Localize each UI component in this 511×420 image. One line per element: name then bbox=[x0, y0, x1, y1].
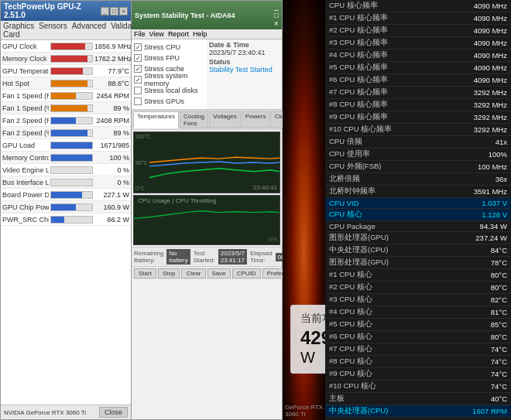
right-row-label: #1 CPU 核心频率 bbox=[329, 13, 474, 23]
gpuz-menu-advanced[interactable]: Advanced bbox=[72, 22, 106, 39]
ctrl-btn-start[interactable]: Start bbox=[134, 268, 156, 278]
right-panel-row: #7 CPU 核心 74°C bbox=[325, 343, 511, 356]
sensor-bar-wrap bbox=[50, 203, 93, 211]
sensor-bar bbox=[51, 105, 87, 111]
gpuz-menu-graphics[interactable]: Graphics Card bbox=[3, 22, 34, 39]
aida-minimize-btn[interactable]: _ bbox=[274, 2, 279, 11]
right-panel-row: #3 CPU 核心频率 4090 MHz bbox=[325, 37, 511, 50]
stress-checkbox[interactable]: ✓ bbox=[134, 43, 142, 51]
sensor-label: Hot Spot bbox=[2, 80, 49, 87]
sensor-label: Memory Clock bbox=[2, 55, 49, 63]
stress-checkbox[interactable]: ✓ bbox=[134, 54, 142, 62]
right-row-label: #4 CPU 核心频率 bbox=[329, 50, 474, 60]
right-panel-row: #8 CPU 核心频率 3292 MHz bbox=[325, 99, 511, 111]
sensor-label: GPU Clock bbox=[2, 43, 49, 50]
right-row-label: 北桥时钟频率 bbox=[329, 186, 474, 196]
right-panel-row: 中央处理器(CPU) 1607 RPM bbox=[325, 405, 511, 418]
right-row-value: 40°C bbox=[491, 394, 507, 403]
stress-checkbox[interactable] bbox=[134, 97, 142, 105]
test-started-label: Test Started: bbox=[194, 250, 215, 264]
power-title: 当前功率 bbox=[300, 312, 325, 326]
stress-label: Stress local disks bbox=[144, 87, 198, 94]
right-row-value: 74°C bbox=[491, 370, 507, 378]
gpu-bottom-label: GeForce RTX 3060 Ti bbox=[285, 404, 325, 418]
sensor-label: GPU Load bbox=[2, 142, 49, 149]
graph-tab[interactable]: Powers bbox=[242, 111, 270, 128]
gpuz-gpu-name: NVIDIA GeForce RTX 3060 Ti bbox=[4, 409, 86, 416]
stress-check-row: ✓ Stress FPU bbox=[134, 53, 204, 63]
right-panel-row: #1 CPU 核心频率 4090 MHz bbox=[325, 12, 511, 25]
sensor-value: 89 % bbox=[94, 129, 129, 137]
stress-checkbox[interactable]: ✓ bbox=[134, 76, 142, 84]
right-row-value: 4090 MHz bbox=[474, 51, 507, 60]
sensor-bar-wrap bbox=[50, 104, 93, 112]
sensor-bar bbox=[51, 142, 92, 149]
right-panel-row: #9 CPU 核心 74°C bbox=[325, 368, 511, 381]
stress-label: Stress GPUs bbox=[144, 97, 184, 105]
stress-label: Stress system memory bbox=[144, 72, 204, 87]
right-row-value: 85°C bbox=[491, 320, 507, 329]
stress-checkbox[interactable]: ✓ bbox=[134, 65, 142, 73]
graph-tab[interactable]: Temperatures bbox=[133, 111, 179, 128]
aida-maximize-btn[interactable]: □ bbox=[274, 11, 279, 19]
sensor-bar-wrap bbox=[50, 216, 93, 224]
gpuz-panel: TechPowerUp GPU-Z 2.51.0 _ □ × Graphics … bbox=[0, 0, 132, 420]
gpuz-maximize-btn[interactable]: □ bbox=[110, 7, 118, 15]
aida-menu-view[interactable]: View bbox=[149, 30, 164, 38]
sensor-row: Hot Spot 88.6°C bbox=[1, 77, 131, 90]
gpuz-close-button[interactable]: Close bbox=[99, 407, 128, 418]
datetime-status: Date & Time 2023/5/7 23:40:41 Status Sta… bbox=[207, 39, 282, 110]
right-row-value: 78°C bbox=[491, 258, 507, 267]
right-row-value: 237.24 W bbox=[475, 234, 507, 242]
right-panel-row: 主板 40°C bbox=[325, 393, 511, 405]
right-row-value: 3292 MHz bbox=[474, 113, 507, 121]
ctrl-btn-cpuid[interactable]: CPUID bbox=[232, 268, 261, 278]
remaining-label: Remaining Battery: bbox=[134, 250, 163, 264]
right-row-label: #3 CPU 核心频率 bbox=[329, 38, 474, 48]
remaining-bar: Remaining Battery: No battery Test Start… bbox=[132, 247, 282, 266]
stress-label: Stress CPU bbox=[144, 43, 180, 51]
aida-panel: System Stability Test - AIDA64 _ □ × Fil… bbox=[132, 0, 283, 420]
sensor-bar-wrap bbox=[50, 67, 93, 75]
graph-tab[interactable]: Cooling Fans bbox=[180, 111, 208, 128]
right-row-label: #1 CPU 核心 bbox=[329, 270, 491, 280]
stress-check-row: Stress GPUs bbox=[134, 96, 204, 107]
aida-menu-help[interactable]: Help bbox=[193, 30, 207, 38]
sensor-row: Bus Interface Load 0 % bbox=[1, 176, 131, 189]
sensor-bar bbox=[51, 155, 92, 161]
sensor-value: 77.9°C bbox=[94, 67, 129, 75]
aida-menu-file[interactable]: File bbox=[134, 30, 146, 38]
gpuz-sensor-list: GPU Clock 1656.9 MHz Memory Clock 1762.2… bbox=[1, 40, 131, 405]
sensor-row: Board Power Draw 227.1 W bbox=[1, 189, 131, 201]
sensor-value: 0 % bbox=[94, 166, 129, 174]
ctrl-btn-clear[interactable]: Clear bbox=[181, 268, 205, 278]
right-row-label: #7 CPU 核心 bbox=[329, 344, 491, 354]
gpuz-minimize-btn[interactable]: _ bbox=[101, 7, 109, 15]
right-row-value: 100% bbox=[489, 150, 507, 159]
right-row-value: 3292 MHz bbox=[474, 101, 507, 109]
right-row-value: 4090 MHz bbox=[474, 26, 507, 35]
sensor-bar bbox=[51, 80, 87, 87]
right-panel-row: #5 CPU 核心 85°C bbox=[325, 319, 511, 331]
sensor-label: Fan 1 Speed (RPM) bbox=[2, 92, 49, 100]
aida-close-btn[interactable]: × bbox=[274, 19, 279, 28]
stress-checkbox[interactable] bbox=[134, 87, 142, 94]
gpuz-title: TechPowerUp GPU-Z 2.51.0 bbox=[4, 2, 101, 19]
cpu-usage-label: CPU Usage | CPU Throttling bbox=[135, 196, 218, 205]
datetime-val: 2023/5/7 23:40:41 bbox=[209, 49, 280, 56]
right-row-label: #5 CPU 核心 bbox=[329, 319, 491, 330]
aida-titlebar: System Stability Test - AIDA64 _ □ × bbox=[132, 1, 282, 29]
ctrl-btn-save[interactable]: Save bbox=[207, 268, 231, 278]
right-row-value: 80°C bbox=[491, 283, 507, 292]
right-panel: CPU 核心频率 4090 MHz #1 CPU 核心频率 4090 MHz #… bbox=[325, 0, 511, 420]
battery-status: No battery bbox=[166, 249, 190, 265]
gpuz-close-btn[interactable]: × bbox=[119, 7, 128, 15]
ctrl-btn-stop[interactable]: Stop bbox=[158, 268, 180, 278]
right-row-label: 图形处理器(GPU) bbox=[329, 233, 475, 243]
right-row-label: #3 CPU 核心 bbox=[329, 295, 491, 305]
right-row-label: #10 CPU 核心频率 bbox=[329, 125, 474, 135]
gpuz-menu-sensors[interactable]: Sensors bbox=[39, 22, 67, 39]
aida-menu-report[interactable]: Report bbox=[168, 30, 189, 38]
graph-tab[interactable]: Voltages bbox=[209, 111, 241, 128]
right-row-value: 3591 MHz bbox=[474, 187, 507, 196]
